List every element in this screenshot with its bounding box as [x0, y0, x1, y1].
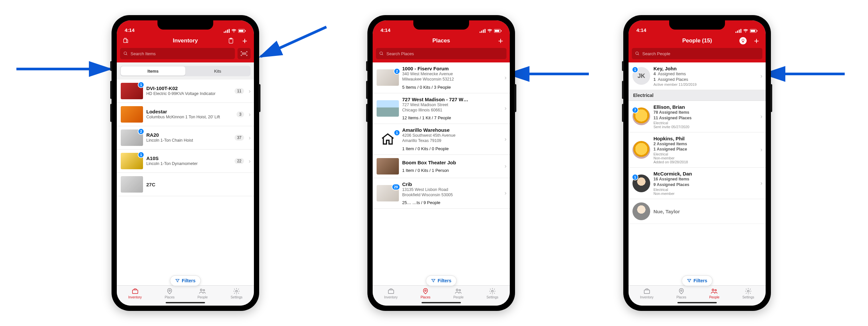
bulb-icon[interactable] — [739, 37, 747, 44]
person-badge: 1 — [632, 66, 639, 73]
svg-point-16 — [236, 290, 238, 292]
svg-rect-5 — [239, 30, 243, 32]
search-input[interactable]: Search Places — [376, 48, 506, 59]
tab-places[interactable]: Places — [165, 288, 175, 299]
chevron-right-icon: › — [759, 73, 763, 80]
list-item[interactable]: 29 Crib 13135 West Lisbon Road Brookfiel… — [373, 178, 510, 209]
place-meta: 1 Item / 0 Kits / 0 People — [402, 146, 500, 151]
list-item[interactable]: 7 Ellison, Brian 78 Assigned Items 11 As… — [628, 101, 766, 132]
avatar: 1 JK — [632, 67, 650, 85]
search-input[interactable]: Search People — [632, 48, 763, 59]
avatar: 7 — [632, 107, 650, 125]
search-bar: Search People — [628, 48, 766, 62]
list-item[interactable]: Lodestar Columbus McKinnon 1 Ton Hoist, … — [117, 103, 254, 126]
clipboard-icon[interactable] — [227, 37, 235, 45]
plus-icon[interactable]: + — [497, 37, 504, 45]
item-badge: 1 — [138, 82, 144, 88]
item-title: A10S — [146, 156, 231, 161]
person-name: McCormick, Dan — [653, 171, 756, 176]
tab-places[interactable]: Places — [421, 288, 430, 299]
tab-inventory[interactable]: Inventory — [384, 288, 398, 299]
filters-button[interactable]: Filters — [426, 275, 457, 286]
tab-people[interactable]: People — [197, 288, 208, 299]
place-title: Crib — [402, 182, 500, 187]
svg-point-24 — [456, 289, 458, 291]
place-title: Boom Box Theater Job — [402, 160, 500, 165]
svg-line-1 — [261, 27, 327, 56]
tab-inventory[interactable]: Inventory — [640, 288, 653, 299]
avatar-initials: JK — [638, 73, 645, 80]
home-indicator — [422, 302, 461, 303]
list-item[interactable]: 2 1000 - Fiserv Forum 340 West Meinecke … — [373, 62, 510, 93]
svg-point-36 — [747, 290, 749, 292]
phone-places: 4:14 Places + Search Places 2 1000 - Fis… — [367, 15, 515, 311]
page-title: People (15) — [682, 37, 712, 44]
person-name: Hopkins, Phil — [653, 136, 756, 141]
tab-settings[interactable]: Settings — [230, 288, 242, 299]
tab-settings[interactable]: Settings — [742, 288, 754, 299]
list-item[interactable]: 1 McCormick, Dan 16 Assigned Items 9 Ass… — [628, 168, 766, 199]
place-badge: 29 — [392, 184, 400, 190]
list-item[interactable]: 727 West Madison - 727 W… 727 West Madis… — [373, 93, 510, 124]
list-item[interactable]: 27C — [117, 173, 254, 196]
svg-point-10 — [124, 52, 127, 55]
chevron-right-icon: › — [503, 163, 506, 169]
item-count: 22 — [235, 158, 244, 164]
search-icon — [123, 51, 128, 56]
list-item[interactable]: 2 RA20 Lincoln 1-Ton Chain Hoist 37 › — [117, 126, 254, 150]
segmented-control: Items Kits — [120, 66, 251, 76]
tab-people[interactable]: People — [453, 288, 464, 299]
chevron-right-icon: › — [759, 146, 763, 153]
item-thumb — [121, 106, 143, 123]
tab-inventory[interactable]: Inventory — [128, 288, 142, 299]
list-item[interactable]: Nue, Taylor — [628, 199, 766, 224]
transfer-icon[interactable] — [122, 37, 130, 45]
tab-people[interactable]: People — [709, 288, 719, 299]
barcode-scan-button[interactable] — [238, 48, 251, 59]
segment-kits[interactable]: Kits — [185, 66, 250, 76]
chevron-right-icon: › — [503, 74, 506, 81]
status-time: 4:14 — [380, 27, 391, 33]
tab-settings[interactable]: Settings — [487, 288, 498, 299]
chevron-right-icon: › — [759, 180, 763, 187]
battery-icon — [238, 29, 246, 33]
svg-point-25 — [459, 290, 461, 291]
list-item[interactable]: Boom Box Theater Job 1 Item / 0 Kits / 1… — [373, 155, 510, 178]
status-time: 4:14 — [125, 27, 134, 33]
item-thumb: 1 — [121, 153, 143, 169]
tab-places[interactable]: Places — [676, 288, 686, 299]
home-indicator — [677, 302, 717, 303]
item-title: RA20 — [146, 132, 231, 138]
svg-rect-18 — [495, 30, 499, 32]
filters-button[interactable]: Filters — [170, 275, 201, 286]
place-addr2: Brookfield Wisconsin 53005 — [402, 192, 500, 197]
list-item[interactable]: 1 Amarillo Warehouse 4206 Southwest 45th… — [373, 124, 510, 155]
filter-icon — [687, 278, 691, 283]
place-meta: 5 Items / 0 Kits / 3 People — [402, 85, 500, 90]
segment-items[interactable]: Items — [121, 66, 185, 76]
place-thumb: 29 — [377, 185, 399, 201]
search-input[interactable]: Search Items — [120, 48, 235, 59]
notch — [157, 20, 213, 30]
places-list[interactable]: 2 1000 - Fiserv Forum 340 West Meinecke … — [373, 62, 510, 285]
person-name: Nue, Taylor — [653, 209, 763, 214]
item-badge: 1 — [138, 152, 144, 158]
place-addr1: 4206 Southwest 45th Avenue — [402, 133, 500, 138]
svg-point-30 — [636, 52, 639, 55]
list-item[interactable]: 1 A10S Lincoln 1-Ton Dynamometer 22 › — [117, 150, 254, 173]
house-icon — [380, 132, 395, 146]
filters-button[interactable]: Filters — [682, 275, 713, 286]
inventory-list[interactable]: 1 DVI-100T-K02 HD Electric 0-99KVA Volta… — [117, 80, 254, 285]
search-icon — [379, 51, 384, 56]
plus-icon[interactable]: + — [241, 37, 249, 45]
list-item[interactable]: Hopkins, Phil 2 Assigned Items 1 Assigne… — [628, 132, 766, 168]
page-title: Inventory — [173, 37, 198, 44]
search-placeholder: Search Places — [386, 51, 414, 56]
people-list[interactable]: 1 JK Key, John 4 Assigned Items 1 Assign… — [628, 62, 766, 285]
svg-point-14 — [200, 289, 203, 291]
filters-label: Filters — [182, 278, 195, 283]
plus-icon[interactable]: + — [752, 37, 761, 45]
place-addr1: 727 West Madison Street — [402, 102, 500, 107]
list-item[interactable]: 1 DVI-100T-K02 HD Electric 0-99KVA Volta… — [117, 80, 254, 103]
list-item[interactable]: 1 JK Key, John 4 Assigned Items 1 Assign… — [628, 62, 766, 90]
